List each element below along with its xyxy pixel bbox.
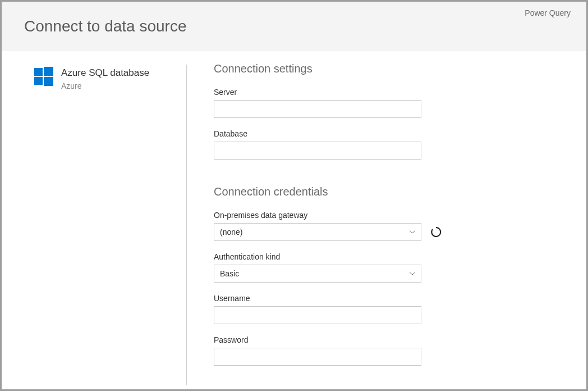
content: Azure SQL database Azure Connection sett… xyxy=(2,51,586,389)
server-field-group: Server xyxy=(214,88,564,118)
main-pane: Connection settings Server Database Conn… xyxy=(187,51,586,389)
refresh-icon xyxy=(430,226,442,238)
password-field-group: Password xyxy=(214,335,564,366)
source-item: Azure SQL database Azure xyxy=(34,67,176,90)
database-input[interactable] xyxy=(214,142,421,160)
connection-credentials-section: Connection credentials On-premises data … xyxy=(214,185,564,366)
auth-label: Authentication kind xyxy=(214,252,564,261)
svg-rect-1 xyxy=(44,67,53,76)
azure-windows-icon xyxy=(34,67,53,86)
gateway-select-wrapper[interactable]: (none) xyxy=(214,223,421,241)
password-label: Password xyxy=(214,335,564,344)
source-title: Azure SQL database xyxy=(61,67,149,79)
sidebar: Azure SQL database Azure xyxy=(2,51,187,389)
header: Connect to data source Power Query xyxy=(2,2,586,51)
gateway-label: On-premises data gateway xyxy=(214,211,564,220)
database-label: Database xyxy=(214,129,564,138)
refresh-gateway-button[interactable] xyxy=(428,224,444,240)
connection-settings-title: Connection settings xyxy=(214,62,564,75)
gateway-field-group: On-premises data gateway (none) xyxy=(214,211,564,241)
server-input[interactable] xyxy=(214,100,421,118)
auth-select[interactable]: Basic xyxy=(214,265,421,283)
password-input[interactable] xyxy=(214,348,421,366)
gateway-row: (none) xyxy=(214,223,564,241)
page-title: Connect to data source xyxy=(24,17,187,35)
brand-label: Power Query xyxy=(525,8,571,17)
username-input[interactable] xyxy=(214,306,421,324)
svg-rect-0 xyxy=(34,68,43,76)
connection-credentials-title: Connection credentials xyxy=(214,185,564,198)
auth-field-group: Authentication kind Basic xyxy=(214,252,564,283)
gateway-select[interactable]: (none) xyxy=(214,223,421,241)
source-text: Azure SQL database Azure xyxy=(61,67,149,90)
username-field-group: Username xyxy=(214,294,564,324)
auth-select-wrapper[interactable]: Basic xyxy=(214,265,421,283)
connection-settings-section: Connection settings Server Database xyxy=(214,62,564,160)
svg-rect-3 xyxy=(44,77,53,86)
svg-rect-2 xyxy=(34,77,43,85)
source-subtitle: Azure xyxy=(61,81,149,90)
server-label: Server xyxy=(214,88,564,97)
vertical-divider xyxy=(186,65,187,385)
database-field-group: Database xyxy=(214,129,564,160)
username-label: Username xyxy=(214,294,564,303)
